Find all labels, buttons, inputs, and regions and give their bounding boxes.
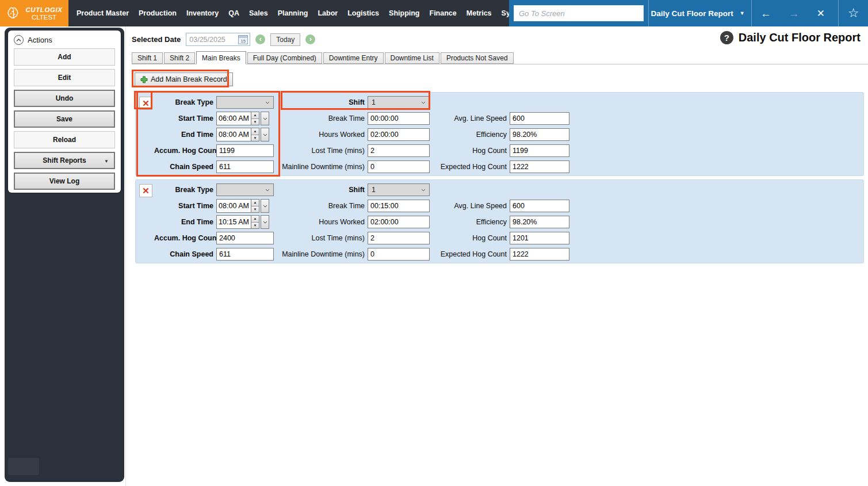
lost-time-input[interactable] — [368, 144, 430, 157]
close-icon[interactable]: ✕ — [817, 9, 825, 18]
break-time-label: Break Time — [274, 202, 368, 210]
avg-line-speed-input[interactable] — [510, 112, 569, 125]
lost-time-label: Lost Time (mins) — [274, 147, 368, 155]
break-type-label: Break Type — [154, 186, 216, 194]
shift-reports-dropdown-button[interactable]: Shift Reports ▼ — [14, 152, 115, 169]
time-spinner[interactable]: ▲▼ — [251, 112, 259, 125]
page-title: ? Daily Cut Floor Report — [720, 31, 861, 44]
view-log-button[interactable]: View Log — [14, 173, 115, 190]
today-button[interactable]: Today — [270, 33, 300, 46]
date-toolbar: Selected Date 03/25/2025 15 ‹ Today › — [132, 33, 315, 46]
hours-worked-input[interactable] — [368, 216, 430, 228]
hours-worked-label: Hours Worked — [274, 218, 368, 226]
avg-line-speed-input[interactable] — [510, 200, 569, 212]
tab-products-not-saved[interactable]: Products Not Saved — [441, 52, 514, 64]
delete-record-button[interactable]: ✕ — [139, 184, 152, 197]
menu-production[interactable]: Production — [139, 9, 177, 17]
menu-metrics[interactable]: Metrics — [466, 9, 492, 17]
collapse-panel-icon[interactable] — [14, 35, 24, 45]
accum-hog-count-label: Accum. Hog Count — [154, 147, 216, 155]
time-dropdown-button[interactable] — [261, 128, 269, 141]
tab-main-breaks[interactable]: Main Breaks — [196, 51, 246, 64]
break-time-input[interactable] — [368, 112, 430, 125]
chain-speed-input[interactable] — [216, 160, 274, 173]
edit-button[interactable]: Edit — [14, 69, 115, 86]
start-time-label: Start Time — [154, 202, 216, 210]
help-icon[interactable]: ? — [720, 31, 733, 44]
end-time-picker[interactable]: 10:15 AM ▲▼ — [216, 215, 274, 229]
expected-hog-count-input[interactable] — [510, 160, 569, 173]
chain-speed-label: Chain Speed — [154, 163, 216, 171]
add-button[interactable]: Add — [14, 48, 115, 66]
time-dropdown-button[interactable] — [261, 215, 269, 229]
break-type-select[interactable] — [216, 183, 274, 196]
lost-time-label: Lost Time (mins) — [274, 234, 368, 242]
mainline-downtime-input[interactable] — [368, 248, 430, 261]
accum-hog-count-input[interactable] — [216, 144, 274, 157]
start-time-picker[interactable]: 08:00 AM ▲▼ — [216, 199, 274, 213]
save-button[interactable]: Save — [14, 110, 115, 128]
menu-labor[interactable]: Labor — [318, 9, 338, 17]
brain-icon — [6, 6, 21, 21]
break-time-input[interactable] — [368, 200, 430, 212]
menu-system[interactable]: System — [502, 9, 509, 17]
end-time-picker[interactable]: 08:00 AM ▲▼ — [216, 128, 274, 141]
menu-qa[interactable]: QA — [228, 9, 239, 17]
menu-shipping[interactable]: Shipping — [389, 9, 419, 17]
back-arrow-icon[interactable]: ← — [760, 8, 771, 19]
tab-shift-1[interactable]: Shift 1 — [132, 52, 163, 64]
break-type-select[interactable] — [216, 96, 274, 109]
reload-button[interactable]: Reload — [14, 131, 115, 148]
menu-inventory[interactable]: Inventory — [186, 9, 219, 17]
favorite-star-icon[interactable]: ☆ — [848, 7, 859, 20]
add-main-break-record-button[interactable]: Add Main Break Record — [135, 72, 233, 86]
previous-day-button[interactable]: ‹ — [255, 35, 265, 44]
brand-logo[interactable]: CUTLOGIX CLTEST — [0, 0, 68, 26]
delete-record-button[interactable]: ✕ — [139, 97, 152, 110]
screen-selector-dropdown[interactable]: Daily Cut Floor Report ▼ — [649, 9, 747, 18]
time-spinner[interactable]: ▲▼ — [251, 199, 259, 213]
lost-time-input[interactable] — [368, 232, 430, 244]
tab-full-day-combined[interactable]: Full Day (Combined) — [247, 52, 322, 64]
date-picker-input[interactable]: 03/25/2025 15 — [186, 33, 250, 46]
date-value: 03/25/2025 — [189, 36, 236, 44]
accum-hog-count-input[interactable] — [216, 232, 274, 244]
next-day-button[interactable]: › — [305, 35, 315, 44]
time-dropdown-button[interactable] — [261, 112, 269, 125]
menu-logistics[interactable]: Logistics — [347, 9, 379, 17]
shift-select[interactable]: 1 — [368, 183, 430, 196]
menu-finance[interactable]: Finance — [430, 9, 457, 17]
shift-select[interactable]: 1 — [368, 96, 430, 109]
menu-sales[interactable]: Sales — [249, 9, 268, 17]
hog-count-label: Hog Count — [430, 147, 510, 155]
shift-label: Shift — [274, 186, 368, 194]
hog-count-input[interactable] — [510, 144, 569, 157]
efficiency-label: Efficiency — [430, 218, 510, 226]
chain-speed-input[interactable] — [216, 248, 274, 261]
time-dropdown-button[interactable] — [261, 199, 269, 213]
shift-label: Shift — [274, 98, 368, 106]
calendar-icon[interactable]: 15 — [238, 35, 248, 44]
start-time-label: Start Time — [154, 114, 216, 123]
menu-product-master[interactable]: Product Master — [77, 9, 129, 17]
hog-count-input[interactable] — [510, 232, 569, 244]
time-spinner[interactable]: ▲▼ — [251, 215, 259, 229]
start-time-picker[interactable]: 06:00 AM ▲▼ — [216, 112, 274, 125]
menu-planning[interactable]: Planning — [278, 9, 308, 17]
tab-strip: Shift 1 Shift 2 Main Breaks Full Day (Co… — [132, 51, 868, 64]
accum-hog-count-label: Accum. Hog Count — [154, 234, 216, 242]
tab-downtime-list[interactable]: Downtime List — [385, 52, 439, 64]
tab-shift-2[interactable]: Shift 2 — [164, 52, 195, 64]
undo-button[interactable]: Undo — [14, 90, 115, 107]
mainline-downtime-input[interactable] — [368, 160, 430, 173]
time-spinner[interactable]: ▲▼ — [251, 128, 259, 141]
go-to-screen-input[interactable] — [514, 5, 644, 21]
chevron-down-icon — [421, 189, 426, 192]
efficiency-input[interactable] — [510, 128, 569, 141]
expected-hog-count-input[interactable] — [510, 248, 569, 261]
forward-arrow-icon[interactable]: → — [789, 8, 800, 19]
efficiency-input[interactable] — [510, 216, 569, 228]
page-title-text: Daily Cut Floor Report — [739, 31, 861, 44]
hours-worked-input[interactable] — [368, 128, 430, 141]
tab-downtime-entry[interactable]: Downtime Entry — [323, 52, 384, 64]
